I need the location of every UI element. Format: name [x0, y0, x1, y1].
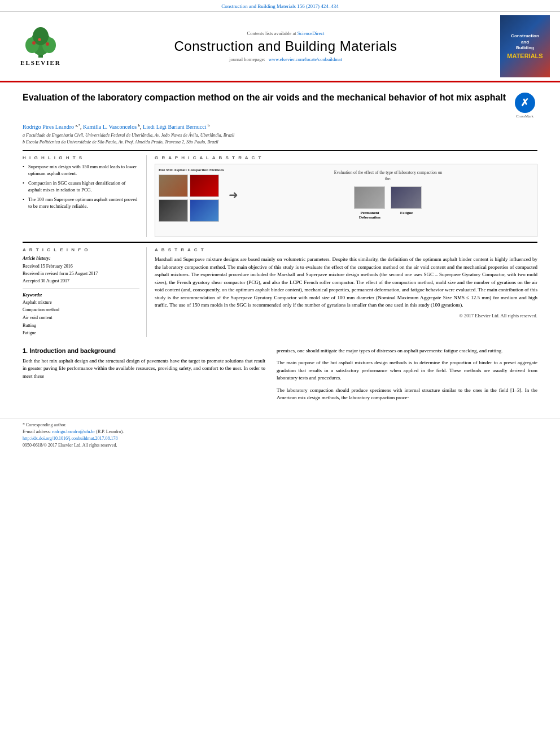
received-date: Received 15 February 2016: [23, 263, 139, 270]
email-suffix: (R.P. Leandro).: [96, 429, 124, 434]
page: Construction and Building Materials 156 …: [0, 0, 560, 747]
issn-line: 0950-0618/© 2017 Elsevier Ltd. All right…: [23, 442, 537, 449]
email-link[interactable]: rodrigo.leandro@ufu.br: [52, 429, 95, 434]
homepage-url[interactable]: www.elsevier.com/locate/conbuildmat: [269, 56, 342, 62]
body-left-para-1: Both the hot mix asphalt design and the …: [23, 357, 265, 381]
crossmark-icon[interactable]: ✗: [515, 93, 535, 113]
affiliation-a: a Faculdade de Engenharia Civil, Univers…: [23, 132, 537, 139]
ga-outcome-label-fatigue: Fatigue: [400, 211, 413, 215]
ga-inner-label: Hot Mix Asphalt Compaction Methods: [159, 168, 224, 172]
ga-images-row: [159, 174, 224, 197]
body-right-column: premises, one should mitigate the major …: [277, 347, 537, 407]
article-title-row: Evaluation of the laboratory compaction …: [23, 91, 537, 119]
svg-point-5: [32, 41, 36, 45]
affiliations: a Faculdade de Engenharia Civil, Univers…: [23, 132, 537, 146]
journal-ref-bar: Construction and Building Materials 156 …: [0, 0, 560, 12]
elsevier-wordmark: ELSEVIER: [20, 59, 61, 66]
ga-eval-text: Evaluation of the effect of the type of …: [331, 170, 444, 182]
footer-section: * Corresponding author. E-mail address: …: [0, 418, 560, 452]
elsevier-logo: ELSEVIER: [18, 27, 63, 66]
ga-image-4: [190, 199, 219, 222]
article-history-label: Article history:: [23, 256, 139, 261]
article-section: Evaluation of the laboratory compaction …: [0, 82, 560, 342]
body-right-para-2: The main purpose of the hot asphalt mixt…: [277, 359, 537, 382]
keyword-1: Asphalt mixture: [23, 299, 139, 307]
journal-cover-thumbnail: Construction and Building MATERIALS: [500, 15, 550, 77]
body-section: 1. Introduction and background Both the …: [0, 342, 560, 412]
ga-outcome-deformation: PermanentDeformation: [354, 186, 385, 220]
author1-link[interactable]: Rodrigo Pires Leandro: [23, 124, 74, 130]
affiliation-b: b Escola Politécnica da Universidade de …: [23, 139, 537, 146]
abstract-column: A B S T R A C T Marshall and Superpave m…: [147, 247, 537, 337]
keyword-3: Air void content: [23, 314, 139, 322]
highlights-column: H I G H L I G H T S Superpave mix design…: [23, 155, 147, 237]
ga-images-block: Hot Mix Asphalt Compaction Methods: [159, 168, 224, 222]
doi-link[interactable]: http://dx.doi.org/10.1016/j.conbuildmat.…: [23, 436, 118, 441]
sciencedirect-link[interactable]: ScienceDirect: [298, 30, 325, 36]
email-label: E-mail address:: [23, 429, 51, 434]
keywords-label: Keywords:: [23, 292, 139, 298]
email-note: E-mail address: rodrigo.leandro@ufu.br (…: [23, 429, 537, 435]
author2-link[interactable]: Kamilla L. Vasconcelos: [83, 124, 137, 130]
ga-image-1: [159, 174, 188, 197]
graphical-abstract-column: G R A P H I C A L A B S T R A C T Hot Mi…: [147, 155, 537, 237]
ga-image-3: [159, 199, 188, 222]
homepage-prefix: journal homepage:: [229, 56, 265, 62]
ga-arrow-icon: ➜: [229, 188, 238, 202]
journal-header-center: Contents lists available at ScienceDirec…: [80, 15, 491, 77]
abstract-label: A B S T R A C T: [155, 247, 537, 252]
corresponding-label: * Corresponding author.: [23, 422, 67, 427]
authors-line: Rodrigo Pires Leandro a,*, Kamilla L. Va…: [23, 123, 537, 130]
journal-ref-text: Construction and Building Materials 156 …: [221, 3, 338, 9]
cover-materials-text: MATERIALS: [507, 53, 542, 59]
ga-right-block: Evaluation of the effect of the type of …: [243, 170, 533, 220]
graphical-abstract-box: Hot Mix Asphalt Compaction Methods ➜: [155, 164, 537, 237]
divider-1: [23, 289, 139, 289]
accepted-date: Accepted 30 August 2017: [23, 278, 139, 285]
copyright-line: © 2017 Elsevier Ltd. All rights reserved…: [155, 313, 537, 318]
ga-outcomes: PermanentDeformation Fatigue: [354, 186, 422, 220]
elsevier-logo-area: ELSEVIER: [7, 15, 75, 77]
body-left-column: 1. Introduction and background Both the …: [23, 347, 265, 407]
highlight-item-1: Superpave mix design with 150 mm mold le…: [23, 164, 139, 177]
ga-image-2: [190, 174, 219, 197]
svg-point-6: [46, 42, 49, 46]
author3-link[interactable]: Liedi Légi Bariani Bernucci: [143, 124, 206, 130]
keyword-4: Rutting: [23, 322, 139, 330]
article-info-label: A R T I C L E I N F O: [23, 247, 139, 252]
highlights-label: H I G H L I G H T S: [23, 155, 139, 160]
ga-outcome-img-deformation: [354, 186, 385, 209]
elsevier-tree-icon: [18, 27, 63, 58]
contents-text: Contents lists available at: [247, 30, 296, 36]
authors-text: Rodrigo Pires Leandro a,*, Kamilla L. Va…: [23, 124, 210, 130]
body-right-para-3: The laboratory compaction should produce…: [277, 387, 537, 402]
crossmark-area[interactable]: ✗ CrossMark: [512, 93, 537, 119]
ga-outcome-fatigue: Fatigue: [391, 186, 422, 220]
journal-cover-area: Construction and Building MATERIALS: [497, 15, 553, 77]
doi-line: http://dx.doi.org/10.1016/j.conbuildmat.…: [23, 435, 537, 442]
corresponding-author-note: * Corresponding author.: [23, 422, 537, 429]
journal-title: Construction and Building Materials: [174, 38, 397, 54]
ga-images-row-2: [159, 199, 224, 222]
svg-point-7: [38, 38, 41, 41]
highlight-item-2: Compaction in SGC causes higher densific…: [23, 180, 139, 194]
ga-outcome-img-fatigue: [391, 186, 422, 209]
abstract-text: Marshall and Superpave mixture designs a…: [155, 256, 537, 309]
section-1-heading: 1. Introduction and background: [23, 347, 265, 354]
body-right-para-1: premises, one should mitigate the major …: [277, 347, 537, 355]
homepage-line: journal homepage: www.elsevier.com/locat…: [229, 56, 342, 62]
contents-line: Contents lists available at ScienceDirec…: [247, 30, 325, 36]
ga-content: Hot Mix Asphalt Compaction Methods ➜: [159, 168, 533, 222]
highlights-graphical-section: H I G H L I G H T S Superpave mix design…: [23, 150, 537, 242]
revised-date: Received in revised form 25 August 2017: [23, 270, 139, 278]
highlights-list: Superpave mix design with 150 mm mold le…: [23, 164, 139, 209]
highlight-item-3: The 100 mm Superpave optimum asphalt con…: [23, 196, 139, 210]
ga-outcome-label-deformation: PermanentDeformation: [359, 211, 380, 220]
cover-title-text: Construction and Building: [511, 33, 539, 51]
graphical-abstract-label: G R A P H I C A L A B S T R A C T: [155, 155, 537, 160]
article-title: Evaluation of the laboratory compaction …: [23, 91, 506, 104]
keyword-5: Fatigue: [23, 329, 139, 337]
keyword-2: Compaction method: [23, 306, 139, 314]
journal-header: ELSEVIER Contents lists available at Sci…: [0, 12, 560, 82]
article-info-column: A R T I C L E I N F O Article history: R…: [23, 247, 147, 337]
